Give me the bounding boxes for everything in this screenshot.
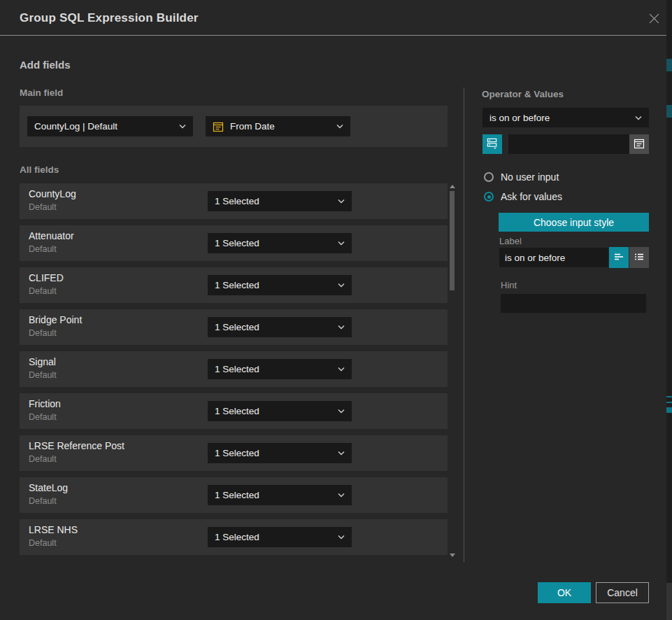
unique-values-icon <box>487 137 499 151</box>
radio-label: Ask for values <box>501 191 562 202</box>
main-field-select[interactable]: From Date <box>206 116 350 136</box>
scroll-down-arrow-icon[interactable] <box>450 554 455 557</box>
field-selection-value: 1 Selected <box>215 406 259 416</box>
field-selection-value: 1 Selected <box>215 448 259 458</box>
chevron-down-icon <box>338 367 345 372</box>
field-row: LRSE NHS Default 1 Selected <box>20 519 448 555</box>
field-row: CountyLog Default 1 Selected <box>20 183 448 219</box>
field-selection-select[interactable]: 1 Selected <box>208 527 352 547</box>
hint-input[interactable] <box>501 294 646 313</box>
field-selection-select[interactable]: 1 Selected <box>208 359 352 379</box>
align-lines-icon <box>613 251 624 265</box>
field-subtitle: Default <box>29 244 57 254</box>
bulleted-list-icon <box>634 251 645 265</box>
label-input[interactable] <box>499 248 608 267</box>
field-selection-select[interactable]: 1 Selected <box>208 485 352 505</box>
add-fields-heading: Add fields <box>20 59 71 71</box>
field-row: Bridge Point Default 1 Selected <box>20 309 448 345</box>
field-selection-select[interactable]: 1 Selected <box>208 317 352 337</box>
calendar-icon <box>213 121 224 132</box>
field-name: CLIFED <box>29 272 64 283</box>
operator-select-value: is on or before <box>489 113 550 123</box>
radio-label: No user input <box>501 171 559 183</box>
field-subtitle: Default <box>29 412 57 422</box>
field-row: CLIFED Default 1 Selected <box>20 267 448 303</box>
edge-segment <box>666 407 672 413</box>
chevron-down-icon <box>338 241 345 246</box>
panel-divider <box>464 87 464 562</box>
chevron-down-icon <box>338 283 345 288</box>
field-selection-select[interactable]: 1 Selected <box>208 233 352 253</box>
calendar-picker-button[interactable] <box>629 134 649 154</box>
field-selection-value: 1 Selected <box>215 532 259 542</box>
chevron-down-icon <box>338 451 345 456</box>
field-subtitle: Default <box>29 496 57 506</box>
field-selection-select[interactable]: 1 Selected <box>208 191 352 211</box>
field-name: Bridge Point <box>29 314 82 325</box>
field-subtitle: Default <box>29 538 57 548</box>
edge-segment <box>666 402 672 403</box>
field-name: LRSE NHS <box>29 524 78 535</box>
field-selection-value: 1 Selected <box>215 490 259 500</box>
scrollbar-thumb[interactable] <box>450 191 455 290</box>
chevron-down-icon <box>635 115 642 120</box>
radio-icon[interactable] <box>484 192 494 202</box>
field-row: Signal Default 1 Selected <box>20 351 448 387</box>
field-subtitle: Default <box>29 202 57 212</box>
label-caption: Label <box>499 236 522 246</box>
main-field-label: Main field <box>20 87 63 98</box>
dialog-titlebar: Group SQL Expression Builder <box>0 0 672 36</box>
chevron-down-icon <box>179 124 186 129</box>
chevron-down-icon <box>338 409 345 414</box>
edge-segment <box>666 59 672 71</box>
field-selection-value: 1 Selected <box>215 280 259 290</box>
field-name: Signal <box>29 356 56 367</box>
field-row: StateLog Default 1 Selected <box>20 477 448 513</box>
field-subtitle: Default <box>29 286 57 296</box>
field-selection-select[interactable]: 1 Selected <box>208 275 352 295</box>
field-name: LRSE Reference Post <box>29 440 124 451</box>
field-name: Friction <box>29 398 61 409</box>
field-selection-select[interactable]: 1 Selected <box>208 443 352 463</box>
choose-input-style-button[interactable]: Choose input style <box>499 213 649 232</box>
cancel-button[interactable]: Cancel <box>596 582 649 603</box>
field-name: Attenuator <box>29 230 74 241</box>
chevron-down-icon <box>336 124 343 129</box>
scroll-up-arrow-icon[interactable] <box>450 185 455 188</box>
hint-caption: Hint <box>501 280 517 290</box>
field-row: LRSE Reference Post Default 1 Selected <box>20 435 448 471</box>
field-selection-value: 1 Selected <box>215 196 259 206</box>
chevron-down-icon <box>338 325 345 330</box>
operator-select[interactable]: is on or before <box>482 108 649 127</box>
align-lines-toggle[interactable] <box>609 247 629 268</box>
list-scrollbar[interactable] <box>448 182 456 560</box>
edge-segment <box>666 583 672 620</box>
edge-segment <box>666 105 672 118</box>
operator-values-label: Operator & Values <box>482 89 564 99</box>
field-selection-value: 1 Selected <box>215 238 259 248</box>
field-selection-select[interactable]: 1 Selected <box>208 401 352 421</box>
layer-select[interactable]: CountyLog | Default <box>27 116 193 136</box>
radio-icon[interactable] <box>484 172 494 182</box>
bulleted-list-toggle[interactable] <box>629 247 649 268</box>
calendar-icon <box>634 138 645 151</box>
ok-button[interactable]: OK <box>538 582 591 603</box>
unique-values-button[interactable] <box>482 134 502 154</box>
layer-select-value: CountyLog | Default <box>34 121 117 132</box>
radio-no-user-input[interactable]: No user input <box>484 171 559 183</box>
radio-ask-for-values[interactable]: Ask for values <box>484 191 562 202</box>
chevron-down-icon <box>338 493 345 498</box>
dialog-title: Group SQL Expression Builder <box>20 0 199 36</box>
main-field-select-value: From Date <box>230 121 275 132</box>
field-subtitle: Default <box>29 328 57 338</box>
field-subtitle: Default <box>29 370 57 380</box>
field-name: StateLog <box>29 482 68 493</box>
chevron-down-icon <box>338 535 345 540</box>
value-input[interactable] <box>508 134 649 154</box>
field-name: CountyLog <box>29 188 76 199</box>
edge-segment <box>666 396 672 397</box>
field-selection-value: 1 Selected <box>215 322 259 332</box>
chevron-down-icon <box>338 199 345 204</box>
all-fields-label: All fields <box>20 164 59 175</box>
close-icon[interactable] <box>647 11 661 25</box>
